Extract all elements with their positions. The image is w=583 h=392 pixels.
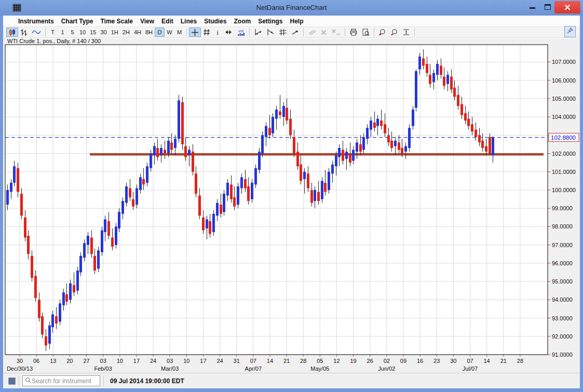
parallel-lines-button[interactable]: [306, 28, 318, 37]
instrument-search-box[interactable]: [22, 375, 100, 386]
channel-lines-button[interactable]: [277, 28, 289, 37]
menu-item-view[interactable]: View: [137, 17, 158, 26]
zoom-out-button[interactable]: [388, 28, 400, 37]
close-icon: [564, 4, 571, 10]
menu-item-time-scale[interactable]: Time Scale: [97, 17, 136, 26]
x-axis-week-label: 16: [417, 358, 423, 364]
candle-up: [282, 106, 285, 117]
trendline-angle-button[interactable]: [264, 28, 277, 37]
candlestick-button[interactable]: [6, 28, 18, 37]
ohlc-bars-button[interactable]: [18, 28, 30, 37]
candle-up: [174, 139, 177, 148]
candle-down: [440, 66, 442, 75]
menu-item-chart-type[interactable]: Chart Type: [58, 17, 97, 26]
menu-item-studies[interactable]: Studies: [200, 17, 230, 26]
menu-item-edit[interactable]: Edit: [158, 17, 177, 26]
timescale-w-button[interactable]: W: [165, 28, 174, 37]
candle-down: [286, 108, 288, 121]
menu-item-settings[interactable]: Settings: [254, 17, 286, 26]
candle-down: [349, 154, 351, 163]
candle-up: [125, 186, 128, 203]
menu-item-zoom[interactable]: Zoom: [230, 17, 254, 26]
x-axis-week-label: 17: [200, 358, 206, 364]
print-button[interactable]: [347, 28, 360, 37]
instrument-color-swatch[interactable]: [8, 377, 16, 385]
close-button[interactable]: [554, 1, 580, 13]
delete-line-icon: [320, 29, 327, 36]
candle-up: [115, 226, 117, 245]
fit-vertical-button[interactable]: [400, 28, 412, 37]
candle-up: [10, 183, 12, 192]
pin-button[interactable]: [564, 26, 576, 37]
candle-down: [164, 150, 166, 156]
crosshair-icon: [191, 29, 199, 36]
timescale-t-button[interactable]: T: [48, 28, 58, 37]
grid-button[interactable]: [201, 28, 212, 37]
timescale-10-button[interactable]: 10: [77, 28, 88, 37]
candle-up: [216, 203, 219, 216]
candle-down: [41, 316, 44, 334]
candle-up: [97, 250, 100, 268]
timescale-5-button[interactable]: 5: [67, 28, 77, 37]
x-axis-week-label: 02: [384, 358, 390, 364]
x-axis-week-label: 12: [333, 358, 340, 364]
timescale-1h-button[interactable]: 1H: [109, 28, 120, 37]
print-preview-button[interactable]: [360, 28, 372, 37]
timescale-d-button[interactable]: D: [155, 28, 165, 37]
horizontal-scale-icon: [224, 30, 233, 35]
title-bar[interactable]: NetDania FinanceChart: [0, 0, 583, 16]
volume-button[interactable]: vol: [235, 28, 247, 37]
timescale-4h-button[interactable]: 4H: [132, 28, 143, 37]
timescale-2h-button[interactable]: 2H: [120, 28, 132, 37]
horizontal-scale-button[interactable]: [222, 28, 235, 37]
x-axis-month-label: Jun/02: [378, 366, 395, 372]
price-chart[interactable]: 107.0000106.0000105.0000104.0000103.0000…: [3, 38, 580, 373]
candle-down: [31, 256, 33, 278]
window-title: NetDania FinanceChart: [0, 4, 583, 11]
zoom-in-button[interactable]: [376, 28, 388, 37]
x-axis-week-label: 24: [216, 358, 223, 364]
x-axis-week-label: 14: [484, 358, 490, 364]
timescale-30-button[interactable]: 30: [99, 28, 109, 37]
menu-item-help[interactable]: Help: [286, 17, 307, 26]
arrow-line-button[interactable]: [289, 28, 301, 37]
menu-item-lines[interactable]: Lines: [177, 17, 200, 26]
minimize-icon[interactable]: [530, 7, 535, 9]
candle-up: [492, 138, 494, 156]
candle-down: [24, 218, 26, 238]
candle-up: [178, 100, 180, 139]
x-axis-week-label: 07: [467, 358, 473, 364]
timescale-15-button[interactable]: 15: [88, 28, 98, 37]
trendline-button[interactable]: [252, 28, 264, 37]
candle-up: [51, 315, 54, 328]
candle-up: [101, 230, 103, 252]
candle-up: [188, 150, 191, 156]
y-axis-label: 97.0000: [552, 242, 573, 248]
y-axis-label: 92.0000: [552, 333, 573, 340]
toolbar-separator: [45, 28, 46, 36]
candlestick-icon: [8, 29, 16, 36]
maximize-icon[interactable]: [545, 4, 551, 10]
y-axis-label: 93.0000: [552, 315, 573, 321]
channel-lines-icon: [279, 29, 287, 36]
divider: [19, 376, 19, 386]
delete-line-button[interactable]: [318, 28, 329, 37]
timescale-1-button[interactable]: 1: [58, 28, 67, 37]
timescale-m-button[interactable]: M: [174, 28, 184, 37]
candle-up: [135, 188, 138, 205]
line-chart-button[interactable]: [30, 28, 43, 37]
x-axis-week-label: 13: [50, 358, 56, 364]
candle-up: [408, 128, 411, 148]
search-input[interactable]: [32, 377, 93, 385]
candle-up: [362, 137, 365, 150]
candle-up: [352, 150, 355, 161]
info-button[interactable]: i: [212, 28, 222, 37]
menu-item-instruments[interactable]: Instruments: [15, 17, 58, 26]
crosshair-button[interactable]: [189, 28, 201, 37]
timescale-8h-button[interactable]: 8H: [143, 28, 155, 37]
delete-all-lines-button[interactable]: all: [329, 28, 343, 37]
arrow-line-icon: [291, 29, 299, 36]
candle-down: [467, 119, 470, 126]
candle-down: [20, 194, 23, 215]
candle-down: [268, 128, 271, 135]
